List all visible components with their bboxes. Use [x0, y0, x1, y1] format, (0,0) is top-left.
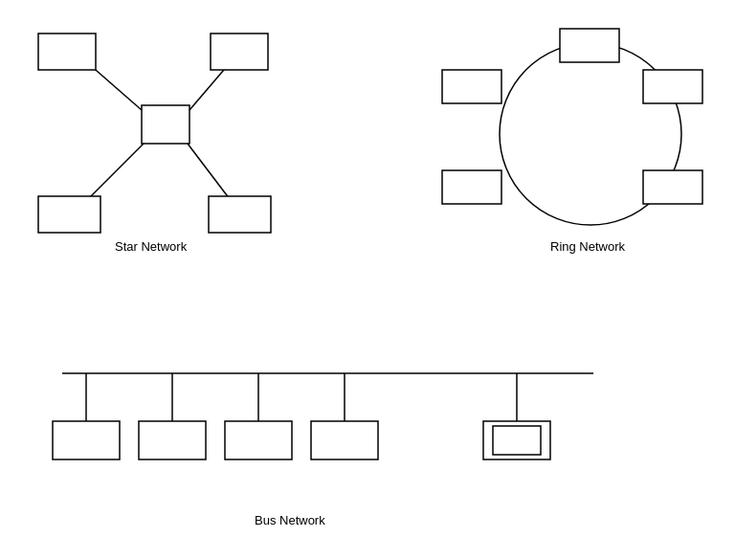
star-node-tr — [211, 34, 268, 70]
star-line-br — [188, 144, 230, 199]
star-node-br — [209, 196, 271, 233]
bus-node-1 — [53, 421, 120, 459]
star-node-bl — [38, 196, 100, 233]
bus-node-3 — [225, 421, 292, 459]
bus-node-4 — [311, 421, 378, 459]
ring-node-right — [643, 70, 702, 103]
ring-node-bl — [442, 170, 501, 204]
ring-node-left — [442, 70, 501, 103]
ring-label: Ring Network — [550, 239, 626, 254]
ring-node-br — [643, 170, 702, 204]
star-line-bl — [86, 144, 144, 201]
bus-node-2 — [139, 421, 206, 459]
ring-node-top — [560, 29, 619, 62]
bus-label: Bus Network — [255, 513, 325, 527]
star-center — [142, 105, 189, 144]
bus-node-5-inner — [493, 426, 541, 455]
star-node-tl — [38, 34, 96, 70]
star-label: Star Network — [115, 239, 188, 254]
